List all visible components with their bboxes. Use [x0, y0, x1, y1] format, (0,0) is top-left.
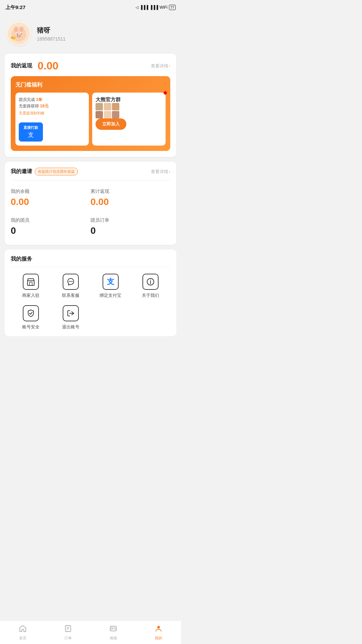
stat-member-orders: 团员订单 0 — [90, 215, 170, 239]
welfare-card-left: 团员完成 3单 无套路获得 18元 无需提现秒到账 直接打款 支 — [15, 93, 89, 146]
profile-phone: 18958871511 — [37, 36, 66, 42]
group-avatar-6 — [112, 111, 119, 118]
svg-point-7 — [17, 36, 18, 37]
join-group-btn[interactable]: 立即加入 — [96, 118, 126, 130]
stat-total-cashback: 累计返现 0.00 — [90, 186, 170, 210]
cashback-value: 0.00 — [38, 60, 58, 72]
group-avatar-5 — [104, 111, 111, 118]
welfare-banner: 无门槛福利 团员完成 3单 无套路获得 18元 无需提现秒到账 直接打款 支 — [11, 76, 170, 151]
service-empty-1 — [90, 305, 130, 330]
alipay-bind-label: 绑定支付宝 — [100, 292, 121, 299]
status-time: 上午9:27 — [5, 4, 25, 11]
location-icon: ◁ — [135, 5, 138, 10]
profile-section: 猪呀 18958871511 — [0, 15, 181, 54]
wifi-icon: WiFi — [160, 5, 168, 10]
group-avatar-4 — [96, 111, 103, 118]
service-merchant[interactable]: 商家入驻 — [11, 274, 51, 299]
welfare-highlight-orders: 3单 — [36, 97, 42, 102]
stat-balance: 我的余额 0.00 — [11, 186, 90, 210]
chevron-right-icon: › — [169, 63, 170, 68]
support-icon — [63, 274, 79, 290]
svg-point-15 — [11, 37, 13, 39]
stat-balance-value: 0.00 — [11, 197, 90, 207]
welfare-text: 团员完成 3单 无套路获得 18元 — [19, 97, 49, 109]
group-avatar-2 — [104, 103, 111, 110]
avatar[interactable] — [7, 21, 31, 46]
profile-info: 猪呀 18958871511 — [37, 26, 66, 42]
invite-header: 我的邀请 收益统计包含团长收益 查看详情 › — [11, 168, 170, 175]
invite-card: 我的邀请 收益统计包含团长收益 查看详情 › 我的余额 0.00 累计返现 0.… — [5, 162, 176, 245]
invite-divider — [11, 180, 170, 180]
svg-rect-17 — [29, 282, 32, 285]
service-support[interactable]: 联系客服 — [51, 274, 90, 299]
stat-members: 我的团员 0 — [11, 215, 90, 239]
welfare-right-title: 大熊官方群 — [96, 97, 121, 103]
security-label: 账号安全 — [22, 324, 40, 330]
avatar-image — [7, 22, 30, 45]
about-icon — [142, 274, 159, 290]
service-alipay[interactable]: 支 绑定支付宝 — [90, 274, 130, 299]
stat-members-value: 0 — [11, 225, 90, 236]
invite-detail-btn[interactable]: 查看详情 › — [151, 169, 170, 175]
alipay-icon: 支 — [28, 131, 34, 139]
service-security[interactable]: 账号安全 — [11, 305, 51, 330]
svg-point-19 — [70, 281, 71, 282]
stat-member-orders-value: 0 — [90, 225, 170, 236]
cashback-label: 我的返现 — [11, 62, 32, 69]
merchant-icon — [23, 274, 39, 290]
cashback-left: 我的返现 0.00 — [11, 60, 58, 72]
cashback-row: 我的返现 0.00 查看详情 › — [11, 60, 170, 72]
stat-total-cashback-value: 0.00 — [90, 197, 170, 207]
status-icons: ◁ ▐▐▐ ▐▐▐ WiFi 77 — [135, 5, 176, 10]
signal-icon-1: ▐▐▐ — [140, 5, 148, 10]
services-card: 我的服务 商家入驻 — [5, 250, 176, 336]
about-label: 关于我们 — [142, 292, 159, 299]
status-bar: 上午9:27 ◁ ▐▐▐ ▐▐▐ WiFi 77 — [0, 0, 181, 15]
svg-point-12 — [21, 34, 22, 35]
welfare-title: 无门槛福利 — [15, 82, 166, 89]
invite-badge: 收益统计包含团长收益 — [35, 168, 78, 175]
group-avatar-3 — [112, 103, 119, 110]
notification-dot — [164, 91, 167, 95]
invite-title-wrap: 我的邀请 收益统计包含团长收益 — [11, 168, 78, 175]
services-divider — [11, 267, 170, 267]
invite-title: 我的邀请 — [11, 168, 32, 175]
cashback-card: 我的返现 0.00 查看详情 › 无门槛福利 团员完成 3单 无套路获得 18元… — [5, 54, 176, 157]
services-grid-row1: 商家入驻 联系客服 支 绑定支付宝 — [11, 274, 170, 299]
stat-member-orders-label: 团员订单 — [90, 217, 170, 223]
services-grid-row2: 账号安全 退出账号 — [11, 305, 170, 330]
svg-point-14 — [14, 37, 16, 39]
profile-name: 猪呀 — [37, 26, 66, 35]
avatar-group — [96, 103, 120, 118]
svg-point-18 — [69, 281, 70, 282]
svg-point-8 — [19, 36, 20, 37]
svg-point-6 — [16, 35, 21, 38]
welfare-note: 无需提现秒到账 — [19, 111, 45, 116]
support-label: 联系客服 — [62, 292, 79, 299]
invite-chevron-icon: › — [169, 169, 170, 174]
svg-point-11 — [17, 34, 18, 35]
alipay-direct-btn[interactable]: 直接打款 支 — [19, 122, 43, 142]
battery-icon: 77 — [169, 5, 176, 10]
alipay-bind-icon: 支 — [103, 274, 119, 290]
invite-stats: 我的余额 0.00 累计返现 0.00 我的团员 0 团员订单 0 — [11, 186, 170, 239]
merchant-label: 商家入驻 — [22, 292, 40, 299]
logout-icon — [63, 305, 79, 321]
stat-balance-label: 我的余额 — [11, 189, 90, 195]
service-about[interactable]: 关于我们 — [130, 274, 170, 299]
stat-members-label: 我的团员 — [11, 217, 90, 223]
welfare-highlight-amount: 18元 — [40, 104, 48, 108]
services-title: 我的服务 — [11, 256, 170, 263]
logout-label: 退出账号 — [62, 324, 79, 330]
svg-rect-16 — [27, 281, 34, 285]
svg-point-23 — [150, 280, 150, 280]
stat-total-cashback-label: 累计返现 — [90, 189, 170, 195]
cashback-detail-btn[interactable]: 查看详情 › — [151, 63, 170, 69]
service-logout[interactable]: 退出账号 — [51, 305, 90, 330]
welfare-card-right: 大熊官方群 立即加入 — [92, 93, 166, 146]
svg-point-20 — [71, 281, 72, 282]
alipay-btn-text: 直接打款 — [23, 125, 38, 130]
signal-icon-2: ▐▐▐ — [149, 5, 158, 10]
welfare-cards: 团员完成 3单 无套路获得 18元 无需提现秒到账 直接打款 支 大熊官方群 — [15, 93, 166, 146]
group-avatar-1 — [96, 103, 103, 110]
